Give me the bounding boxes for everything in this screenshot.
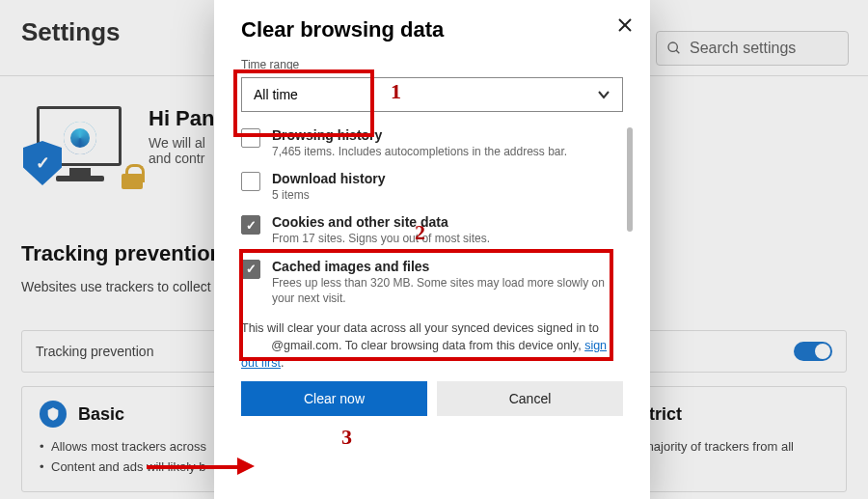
tracking-toggle[interactable] (794, 342, 832, 361)
opt-label: Cookies and other site data (272, 214, 490, 230)
search-settings-box[interactable]: Search settings (656, 31, 849, 66)
profile-section: Hi Pan We will al and contr (21, 106, 214, 198)
tracking-bar-label: Tracking prevention (36, 344, 153, 359)
opt-label: Download history (272, 171, 385, 186)
opt-sub: Frees up less than 320 MB. Some sites ma… (272, 275, 623, 306)
checkbox-cache[interactable] (241, 260, 260, 279)
opt-sub: 7,465 items. Includes autocompletions in… (272, 144, 567, 159)
search-placeholder: Search settings (690, 40, 796, 57)
scrollbar-thumb[interactable] (627, 127, 633, 232)
edge-logo-icon (64, 122, 96, 154)
profile-illustration (21, 106, 127, 198)
option-download-history[interactable]: Download history 5 items (241, 171, 623, 203)
profile-greeting: Hi Pan (149, 106, 214, 131)
checkbox-cookies[interactable] (241, 215, 260, 235)
cancel-button[interactable]: Cancel (437, 381, 623, 416)
sync-note: This will clear your data across all you… (241, 319, 623, 372)
chevron-down-icon (597, 88, 610, 101)
option-browsing-history[interactable]: Browsing history 7,465 items. Includes a… (241, 127, 623, 159)
opt-sub: 5 items (272, 187, 385, 203)
search-icon (666, 41, 682, 56)
dialog-title: Clear browsing data (241, 17, 623, 42)
close-icon (618, 18, 632, 32)
opt-label: Browsing history (272, 127, 567, 143)
profile-desc-2: and contr (149, 151, 214, 166)
lock-icon (122, 164, 143, 189)
basic-card-title: Basic (78, 404, 124, 425)
time-range-value: All time (254, 87, 298, 102)
profile-desc-1: We will al (149, 135, 214, 151)
checkbox-download-history[interactable] (241, 172, 260, 191)
clear-browsing-data-dialog: Clear browsing data Time range All time … (214, 0, 650, 499)
option-cookies[interactable]: Cookies and other site data From 17 site… (241, 214, 623, 246)
dialog-close-button[interactable] (611, 12, 638, 39)
checkbox-browsing-history[interactable] (241, 128, 260, 148)
time-range-select[interactable]: All time (241, 77, 623, 112)
opt-label: Cached images and files (272, 259, 623, 274)
svg-point-0 (668, 42, 677, 51)
opt-sub: From 17 sites. Signs you out of most sit… (272, 231, 490, 246)
svg-line-1 (676, 50, 679, 53)
option-cache[interactable]: Cached images and files Frees up less th… (241, 259, 623, 306)
clear-now-button[interactable]: Clear now (241, 381, 427, 416)
options-list: Browsing history 7,465 items. Includes a… (241, 127, 623, 306)
time-range-label: Time range (241, 58, 623, 71)
basic-card-icon (40, 401, 67, 428)
